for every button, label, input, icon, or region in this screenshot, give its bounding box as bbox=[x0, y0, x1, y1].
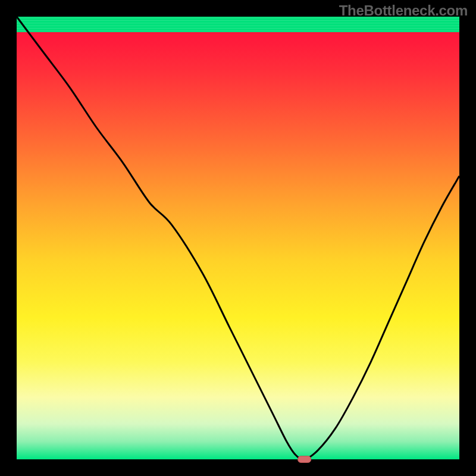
bottleneck-chart-svg bbox=[0, 0, 476, 476]
optimal-point-marker bbox=[298, 456, 311, 463]
watermark-label: TheBottleneck.com bbox=[339, 2, 468, 19]
plot-area bbox=[17, 17, 459, 459]
chart-container: TheBottleneck.com bbox=[0, 0, 476, 476]
